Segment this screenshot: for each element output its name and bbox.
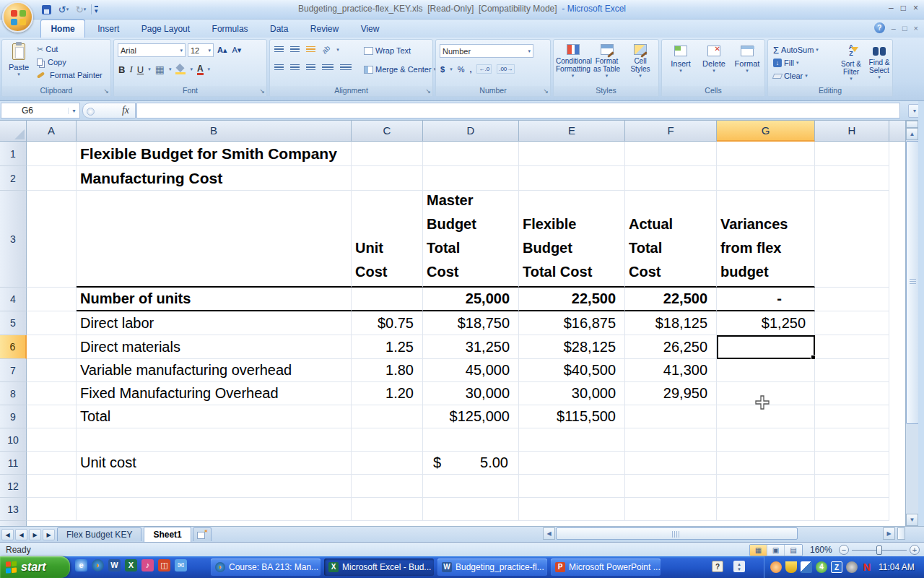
- cell-b13[interactable]: [77, 498, 352, 521]
- horizontal-scrollbar-thumb[interactable]: [556, 527, 798, 540]
- format-as-table-button[interactable]: Format as Table ▾: [590, 44, 623, 79]
- cell-g11[interactable]: [717, 452, 815, 475]
- cell-a1[interactable]: [27, 142, 77, 166]
- italic-button[interactable]: I: [129, 64, 132, 75]
- comma-style-button[interactable]: ,: [469, 65, 471, 74]
- workbook-close-button[interactable]: ×: [914, 24, 918, 33]
- fill-button[interactable]: ↓Fill▾: [772, 56, 820, 69]
- percent-style-button[interactable]: %: [458, 65, 465, 74]
- align-center-button[interactable]: [290, 64, 300, 71]
- zoom-thumb[interactable]: [876, 545, 882, 555]
- row-header-10[interactable]: 10: [0, 428, 27, 452]
- cell-f7[interactable]: 41,300: [625, 359, 717, 382]
- cell-f13[interactable]: [625, 498, 717, 521]
- cell-c3-header[interactable]: Unit Cost: [352, 191, 423, 288]
- borders-dropdown-icon[interactable]: ▾: [169, 66, 172, 72]
- last-sheet-icon[interactable]: ▶: [43, 529, 55, 540]
- row-header-1[interactable]: 1: [0, 142, 27, 166]
- bold-button[interactable]: B: [118, 64, 125, 75]
- cell-c12[interactable]: [352, 475, 423, 498]
- format-painter-button[interactable]: Format Painter: [35, 69, 104, 82]
- cell-b11[interactable]: Unit cost: [77, 452, 352, 475]
- cell-d9[interactable]: $125,000: [423, 405, 519, 428]
- cell-a6[interactable]: [27, 335, 77, 359]
- tab-data[interactable]: Data: [261, 20, 297, 38]
- mail-app-icon[interactable]: ✉: [175, 559, 187, 571]
- cell-g2[interactable]: [717, 166, 815, 191]
- column-header-b[interactable]: B: [77, 121, 352, 142]
- start-button[interactable]: start: [0, 556, 70, 578]
- row-header-6-selected[interactable]: 6: [0, 335, 27, 359]
- cell-a4[interactable]: [27, 288, 77, 311]
- cell-d5[interactable]: $18,750: [423, 311, 519, 335]
- firefox-icon[interactable]: ◗: [92, 559, 104, 571]
- cell-e1[interactable]: [519, 142, 625, 166]
- cell-styles-button[interactable]: Cell Styles ▾: [624, 44, 656, 79]
- cell-d11[interactable]: $ 5.00: [423, 452, 519, 475]
- cell-e10[interactable]: [519, 428, 625, 452]
- clear-button[interactable]: Clear▾: [772, 69, 820, 82]
- cell-g7[interactable]: [717, 359, 815, 382]
- decrease-decimal-button[interactable]: .00→: [497, 64, 515, 74]
- cell-c11[interactable]: [352, 452, 423, 475]
- cell-h2[interactable]: [815, 166, 889, 191]
- cell-h13[interactable]: [815, 498, 889, 521]
- orientation-button[interactable]: ab: [321, 44, 332, 56]
- align-top-button[interactable]: [274, 46, 284, 53]
- vertical-scrollbar-thumb[interactable]: [906, 141, 919, 424]
- decrease-indent-button[interactable]: [322, 64, 334, 71]
- row-header-13[interactable]: 13: [0, 498, 27, 521]
- cell-a9[interactable]: [27, 405, 77, 428]
- help-icon[interactable]: ?: [874, 22, 885, 33]
- tray-green-icon[interactable]: 4: [816, 561, 827, 573]
- cell-b2-title[interactable]: Manufacturing Cost: [77, 166, 352, 191]
- paste-button[interactable]: Paste ▾: [5, 43, 32, 77]
- tab-formulas[interactable]: Formulas: [203, 20, 258, 38]
- delete-cells-button[interactable]: Delete ▾: [698, 46, 730, 74]
- merge-center-button[interactable]: Merge & Center ▾: [362, 63, 437, 76]
- excel-icon[interactable]: X: [125, 559, 137, 571]
- font-name-select[interactable]: Arial▾: [118, 43, 186, 57]
- align-bottom-button[interactable]: [306, 46, 315, 53]
- normal-view-icon[interactable]: ▦: [750, 545, 767, 556]
- cell-c1[interactable]: [352, 142, 423, 166]
- cell-h12[interactable]: [815, 475, 889, 498]
- cell-c10[interactable]: [352, 428, 423, 452]
- cell-d8[interactable]: 30,000: [423, 382, 519, 405]
- orange-app-icon[interactable]: ◫: [158, 559, 170, 571]
- cell-b7[interactable]: Variable manufacturing overhead: [77, 359, 352, 382]
- row-header-3[interactable]: 3: [0, 191, 27, 288]
- help-tray-icon[interactable]: ?: [712, 561, 723, 572]
- scroll-down-icon[interactable]: ▼: [906, 514, 918, 526]
- cell-a12[interactable]: [27, 475, 77, 498]
- scroll-up-icon[interactable]: ▲: [906, 128, 918, 140]
- align-left-button[interactable]: [274, 64, 284, 71]
- cell-e12[interactable]: [519, 475, 625, 498]
- first-sheet-icon[interactable]: ◀: [1, 529, 14, 540]
- cell-g10[interactable]: [717, 428, 815, 452]
- cell-f3-header[interactable]: Actual Total Cost: [625, 191, 717, 288]
- zoom-level-label[interactable]: 160%: [810, 545, 832, 555]
- cell-h1[interactable]: [815, 142, 889, 166]
- cell-c9[interactable]: [352, 405, 423, 428]
- horizontal-scrollbar[interactable]: ◀ ▶: [543, 527, 895, 540]
- next-sheet-icon[interactable]: ▶: [29, 529, 41, 540]
- column-header-e[interactable]: E: [519, 121, 625, 142]
- cell-e5[interactable]: $16,875: [519, 311, 625, 335]
- cell-h4[interactable]: [815, 288, 889, 311]
- cell-e9[interactable]: $115,500: [519, 405, 625, 428]
- task-button-powerpoint[interactable]: P Microsoft PowerPoint ...: [551, 558, 661, 576]
- cell-e13[interactable]: [519, 498, 625, 521]
- row-header-4[interactable]: 4: [0, 288, 27, 311]
- cell-d7[interactable]: 45,000: [423, 359, 519, 382]
- horizontal-split-handle[interactable]: [897, 527, 905, 540]
- cell-d4[interactable]: 25,000: [423, 288, 519, 311]
- cell-e8[interactable]: 30,000: [519, 382, 625, 405]
- cell-h11[interactable]: [815, 452, 889, 475]
- cell-f4[interactable]: 22,500: [625, 288, 717, 311]
- cell-b5[interactable]: Direct labor: [77, 311, 352, 335]
- cell-g12[interactable]: [717, 475, 815, 498]
- insert-function-button[interactable]: fx: [82, 103, 136, 118]
- cell-f11[interactable]: [625, 452, 717, 475]
- cell-h8[interactable]: [815, 382, 889, 405]
